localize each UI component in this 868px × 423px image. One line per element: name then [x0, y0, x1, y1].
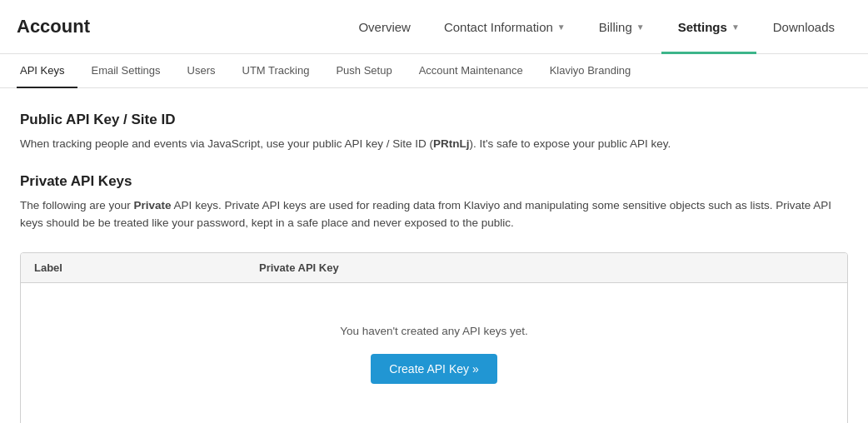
- nav-billing[interactable]: Billing ▼: [582, 0, 661, 54]
- chevron-down-icon: ▼: [731, 22, 740, 32]
- brand-logo: Account: [17, 16, 90, 37]
- nav-overview[interactable]: Overview: [342, 0, 427, 54]
- nav-settings[interactable]: Settings ▼: [661, 0, 756, 54]
- column-header-label: Label: [34, 261, 259, 274]
- chevron-down-icon: ▼: [636, 22, 645, 32]
- sub-nav: API Keys Email Settings Users UTM Tracki…: [0, 54, 868, 88]
- create-api-key-button[interactable]: Create API Key »: [371, 354, 496, 384]
- empty-state-message: You haven't created any API keys yet.: [340, 325, 528, 337]
- tab-email-settings[interactable]: Email Settings: [77, 54, 173, 88]
- table-body: You haven't created any API keys yet. Cr…: [21, 283, 847, 423]
- tab-push-setup[interactable]: Push Setup: [322, 54, 405, 88]
- public-api-desc: When tracking people and events via Java…: [20, 135, 848, 153]
- tab-utm-tracking[interactable]: UTM Tracking: [229, 54, 323, 88]
- tab-api-keys[interactable]: API Keys: [17, 54, 77, 88]
- column-header-key: Private API Key: [259, 261, 339, 274]
- table-header: Label Private API Key: [21, 253, 847, 283]
- nav-downloads[interactable]: Downloads: [756, 0, 851, 54]
- private-api-title: Private API Keys: [20, 173, 848, 190]
- api-keys-table: Label Private API Key You haven't create…: [20, 252, 848, 423]
- nav-contact-information[interactable]: Contact Information ▼: [427, 0, 582, 54]
- top-nav: Account Overview Contact Information ▼ B…: [0, 0, 868, 54]
- tab-account-maintenance[interactable]: Account Maintenance: [406, 54, 536, 88]
- public-api-title: Public API Key / Site ID: [20, 112, 848, 128]
- chevron-down-icon: ▼: [557, 22, 566, 32]
- private-api-section: Private API Keys The following are your …: [20, 173, 848, 423]
- tab-users[interactable]: Users: [174, 54, 229, 88]
- private-api-desc: The following are your Private API keys.…: [20, 197, 848, 232]
- tab-klaviyo-branding[interactable]: Klaviyo Branding: [536, 54, 645, 88]
- main-content: Public API Key / Site ID When tracking p…: [0, 88, 868, 423]
- public-api-section: Public API Key / Site ID When tracking p…: [20, 112, 848, 153]
- nav-links: Overview Contact Information ▼ Billing ▼…: [342, 0, 851, 54]
